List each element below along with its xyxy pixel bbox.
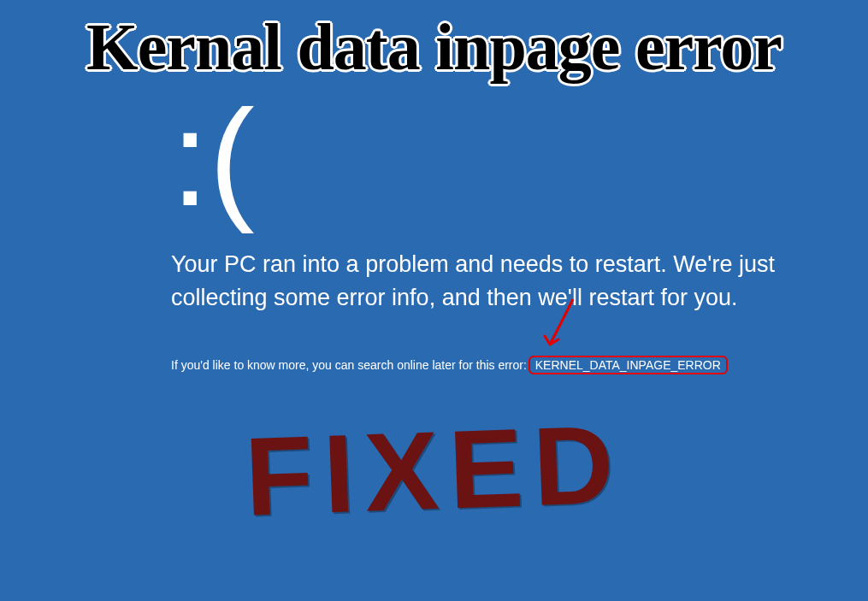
bsod-main-message: Your PC ran into a problem and needs to … [171, 248, 838, 315]
error-search-prefix: If you'd like to know more, you can sear… [171, 358, 530, 372]
page-title: Kernal data inpage error [86, 9, 782, 85]
frowny-face-icon: :( [171, 90, 255, 227]
bsod-error-info: If you'd like to know more, you can sear… [171, 356, 728, 374]
fixed-stamp: FIXED [243, 399, 626, 540]
arrow-icon [534, 295, 577, 359]
